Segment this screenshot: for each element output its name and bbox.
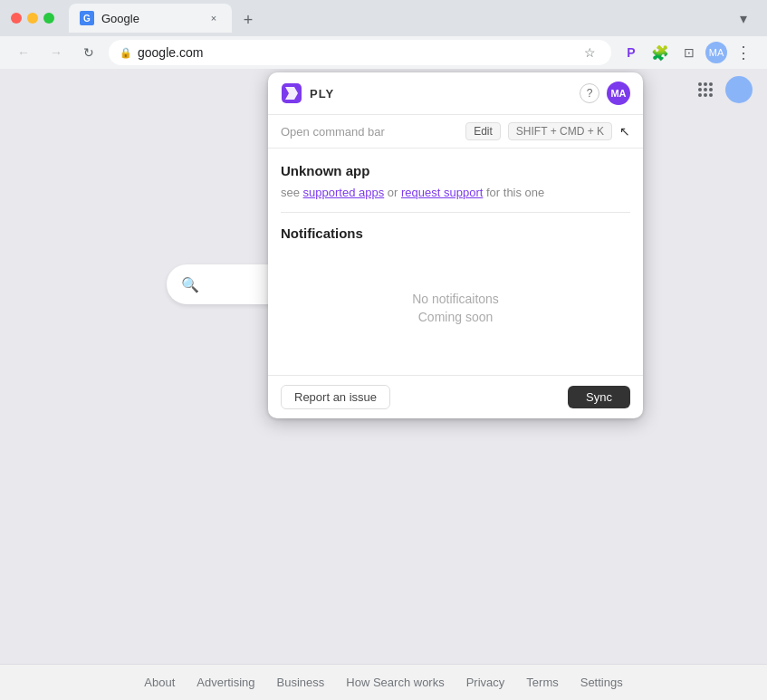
toolbar-actions: P 🧩 ⊡ MA ⋮	[618, 40, 756, 65]
google-apps-button[interactable]	[693, 77, 718, 102]
lock-icon: 🔒	[120, 47, 132, 59]
profile-avatar[interactable]: MA	[705, 42, 727, 63]
new-tab-button[interactable]: +	[235, 7, 261, 33]
footer-terms-link[interactable]: Terms	[526, 676, 558, 689]
ply-header: PLY ? MA	[268, 72, 643, 115]
notifications-empty-line1: No notificaitons	[412, 292, 499, 306]
extensions-button[interactable]: 🧩	[647, 40, 673, 65]
notifications-empty: No notificaitons Coming soon	[281, 255, 630, 360]
footer-business-link[interactable]: Business	[277, 676, 325, 689]
unknown-app-section: Unknown app see supported apps or reques…	[281, 163, 630, 199]
close-window-button[interactable]	[11, 13, 22, 24]
ply-footer: Report an issue Sync	[268, 375, 643, 418]
split-view-button[interactable]: ⊡	[676, 40, 702, 65]
supported-apps-link[interactable]: supported apps	[303, 186, 385, 199]
subtitle-see-text: see	[281, 186, 300, 199]
ply-logo	[281, 82, 302, 104]
ply-command-placeholder[interactable]: Open command bar	[281, 125, 458, 139]
sync-button[interactable]: Sync	[568, 386, 630, 408]
traffic-lights	[11, 13, 54, 24]
ply-logo-icon	[282, 83, 302, 103]
notifications-empty-line2: Coming soon	[418, 310, 494, 324]
bookmark-icon[interactable]: ☆	[579, 42, 600, 63]
forward-button[interactable]: →	[43, 40, 69, 65]
google-footer: About Advertising Business How Search wo…	[0, 664, 767, 700]
footer-about-link[interactable]: About	[144, 676, 175, 689]
subtitle-or-text: or	[388, 186, 398, 199]
ply-command-bar: Open command bar Edit SHIFT + CMD + K ↖	[268, 115, 643, 149]
more-options-button[interactable]: ⋮	[731, 40, 756, 65]
title-bar: G Google × + ▾	[0, 0, 767, 36]
back-button[interactable]: ←	[11, 40, 36, 65]
ply-brand-label: PLY	[310, 87, 334, 101]
tab-bar: G Google × +	[69, 4, 724, 33]
ply-shortcut-label: SHIFT + CMD + K	[508, 122, 612, 140]
url-bar[interactable]: 🔒 google.com ☆	[109, 40, 611, 65]
ply-user-avatar[interactable]: MA	[607, 82, 630, 105]
cursor-icon: ↖	[619, 124, 630, 139]
tab-title: Google	[101, 12, 199, 25]
google-profile-button[interactable]	[725, 76, 753, 103]
footer-advertising-link[interactable]: Advertising	[197, 676, 254, 689]
notifications-title: Notifications	[281, 225, 630, 241]
footer-privacy-link[interactable]: Privacy	[466, 676, 505, 689]
tab-favicon: G	[80, 11, 94, 25]
address-bar: ← → ↻ 🔒 google.com ☆ P 🧩 ⊡ MA ⋮	[0, 36, 767, 69]
minimize-window-button[interactable]	[27, 13, 38, 24]
ply-help-button[interactable]: ?	[580, 83, 599, 103]
tab-dropdown-button[interactable]: ▾	[731, 5, 756, 31]
ply-popup: PLY ? MA Open command bar Edit SHIFT + C…	[268, 72, 643, 418]
ply-divider	[281, 212, 630, 213]
footer-how-search-works-link[interactable]: How Search works	[346, 676, 444, 689]
subtitle-for-text: for this one	[486, 186, 544, 199]
unknown-app-subtitle: see supported apps or request support fo…	[281, 186, 630, 199]
notifications-section: Notifications No notificaitons Coming so…	[281, 225, 630, 360]
active-tab[interactable]: G Google ×	[69, 4, 232, 33]
apps-grid-icon	[698, 82, 713, 97]
search-icon: 🔍	[181, 276, 199, 293]
url-text: google.com	[138, 45, 573, 60]
tab-close-button[interactable]: ×	[206, 11, 221, 25]
request-support-link[interactable]: request support	[401, 186, 483, 199]
reload-button[interactable]: ↻	[76, 40, 101, 65]
report-issue-button[interactable]: Report an issue	[281, 385, 390, 409]
footer-settings-link[interactable]: Settings	[580, 676, 623, 689]
browser-frame: G Google × + ▾ ← → ↻ 🔒 google.com ☆ P 🧩 …	[0, 0, 767, 700]
ply-extension-button[interactable]: P	[618, 40, 644, 65]
url-actions: ☆	[579, 42, 600, 63]
ply-edit-button[interactable]: Edit	[465, 122, 501, 140]
ply-body: Unknown app see supported apps or reques…	[268, 149, 643, 375]
unknown-app-title: Unknown app	[281, 163, 630, 178]
page-content: Google 🔍 About Advertising Business How …	[0, 69, 767, 700]
maximize-window-button[interactable]	[43, 13, 54, 24]
